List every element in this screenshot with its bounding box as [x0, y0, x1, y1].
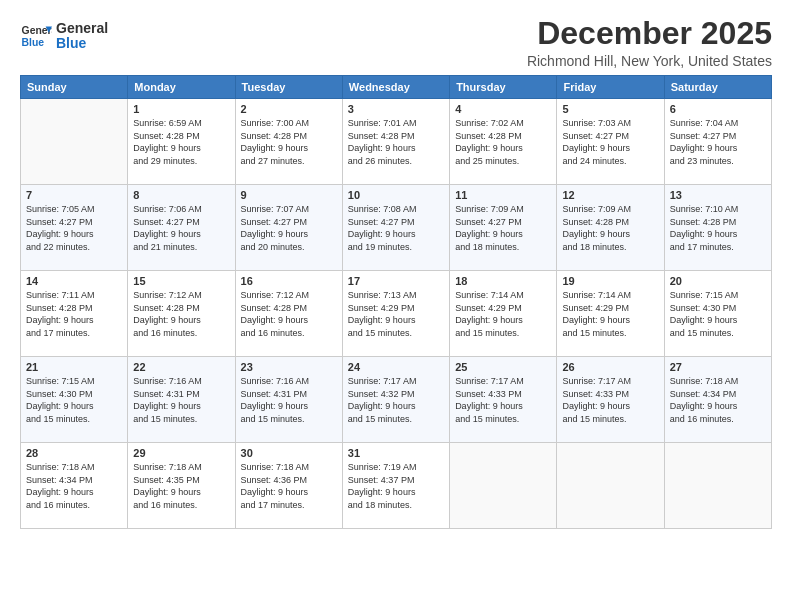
day-number: 15 [133, 275, 229, 287]
calendar-cell: 15Sunrise: 7:12 AM Sunset: 4:28 PM Dayli… [128, 271, 235, 357]
calendar-cell: 18Sunrise: 7:14 AM Sunset: 4:29 PM Dayli… [450, 271, 557, 357]
calendar-cell: 3Sunrise: 7:01 AM Sunset: 4:28 PM Daylig… [342, 99, 449, 185]
day-number: 11 [455, 189, 551, 201]
calendar-cell: 29Sunrise: 7:18 AM Sunset: 4:35 PM Dayli… [128, 443, 235, 529]
day-info: Sunrise: 7:17 AM Sunset: 4:33 PM Dayligh… [562, 375, 658, 425]
page: General Blue General Blue December 2025 … [0, 0, 792, 612]
day-info: Sunrise: 7:05 AM Sunset: 4:27 PM Dayligh… [26, 203, 122, 253]
day-number: 8 [133, 189, 229, 201]
calendar-cell: 4Sunrise: 7:02 AM Sunset: 4:28 PM Daylig… [450, 99, 557, 185]
day-number: 3 [348, 103, 444, 115]
calendar-cell: 8Sunrise: 7:06 AM Sunset: 4:27 PM Daylig… [128, 185, 235, 271]
week-row-4: 21Sunrise: 7:15 AM Sunset: 4:30 PM Dayli… [21, 357, 772, 443]
header-area: General Blue General Blue December 2025 … [20, 16, 772, 69]
day-info: Sunrise: 7:18 AM Sunset: 4:36 PM Dayligh… [241, 461, 337, 511]
calendar-cell: 26Sunrise: 7:17 AM Sunset: 4:33 PM Dayli… [557, 357, 664, 443]
day-info: Sunrise: 7:18 AM Sunset: 4:34 PM Dayligh… [26, 461, 122, 511]
calendar-cell: 31Sunrise: 7:19 AM Sunset: 4:37 PM Dayli… [342, 443, 449, 529]
day-number: 29 [133, 447, 229, 459]
day-number: 13 [670, 189, 766, 201]
calendar-cell: 24Sunrise: 7:17 AM Sunset: 4:32 PM Dayli… [342, 357, 449, 443]
day-info: Sunrise: 7:14 AM Sunset: 4:29 PM Dayligh… [455, 289, 551, 339]
day-number: 16 [241, 275, 337, 287]
day-info: Sunrise: 7:13 AM Sunset: 4:29 PM Dayligh… [348, 289, 444, 339]
day-info: Sunrise: 7:03 AM Sunset: 4:27 PM Dayligh… [562, 117, 658, 167]
calendar-cell [21, 99, 128, 185]
day-info: Sunrise: 7:17 AM Sunset: 4:32 PM Dayligh… [348, 375, 444, 425]
day-info: Sunrise: 6:59 AM Sunset: 4:28 PM Dayligh… [133, 117, 229, 167]
day-number: 19 [562, 275, 658, 287]
day-number: 6 [670, 103, 766, 115]
calendar-cell: 9Sunrise: 7:07 AM Sunset: 4:27 PM Daylig… [235, 185, 342, 271]
day-number: 10 [348, 189, 444, 201]
weekday-header-thursday: Thursday [450, 76, 557, 99]
calendar-cell: 27Sunrise: 7:18 AM Sunset: 4:34 PM Dayli… [664, 357, 771, 443]
weekday-header-tuesday: Tuesday [235, 76, 342, 99]
day-number: 4 [455, 103, 551, 115]
calendar-cell: 30Sunrise: 7:18 AM Sunset: 4:36 PM Dayli… [235, 443, 342, 529]
day-info: Sunrise: 7:07 AM Sunset: 4:27 PM Dayligh… [241, 203, 337, 253]
day-number: 18 [455, 275, 551, 287]
week-row-1: 1Sunrise: 6:59 AM Sunset: 4:28 PM Daylig… [21, 99, 772, 185]
calendar-cell: 21Sunrise: 7:15 AM Sunset: 4:30 PM Dayli… [21, 357, 128, 443]
week-row-3: 14Sunrise: 7:11 AM Sunset: 4:28 PM Dayli… [21, 271, 772, 357]
day-info: Sunrise: 7:04 AM Sunset: 4:27 PM Dayligh… [670, 117, 766, 167]
week-row-5: 28Sunrise: 7:18 AM Sunset: 4:34 PM Dayli… [21, 443, 772, 529]
day-info: Sunrise: 7:15 AM Sunset: 4:30 PM Dayligh… [26, 375, 122, 425]
logo-line1: General [56, 21, 108, 36]
calendar-cell: 13Sunrise: 7:10 AM Sunset: 4:28 PM Dayli… [664, 185, 771, 271]
day-info: Sunrise: 7:02 AM Sunset: 4:28 PM Dayligh… [455, 117, 551, 167]
day-number: 22 [133, 361, 229, 373]
day-number: 31 [348, 447, 444, 459]
calendar-cell: 14Sunrise: 7:11 AM Sunset: 4:28 PM Dayli… [21, 271, 128, 357]
location-title: Richmond Hill, New York, United States [527, 53, 772, 69]
day-number: 1 [133, 103, 229, 115]
day-number: 27 [670, 361, 766, 373]
calendar-cell: 16Sunrise: 7:12 AM Sunset: 4:28 PM Dayli… [235, 271, 342, 357]
calendar-cell: 20Sunrise: 7:15 AM Sunset: 4:30 PM Dayli… [664, 271, 771, 357]
day-number: 17 [348, 275, 444, 287]
day-info: Sunrise: 7:19 AM Sunset: 4:37 PM Dayligh… [348, 461, 444, 511]
day-info: Sunrise: 7:16 AM Sunset: 4:31 PM Dayligh… [133, 375, 229, 425]
week-row-2: 7Sunrise: 7:05 AM Sunset: 4:27 PM Daylig… [21, 185, 772, 271]
day-number: 30 [241, 447, 337, 459]
calendar-cell: 2Sunrise: 7:00 AM Sunset: 4:28 PM Daylig… [235, 99, 342, 185]
calendar-cell: 12Sunrise: 7:09 AM Sunset: 4:28 PM Dayli… [557, 185, 664, 271]
day-info: Sunrise: 7:18 AM Sunset: 4:35 PM Dayligh… [133, 461, 229, 511]
day-number: 5 [562, 103, 658, 115]
day-info: Sunrise: 7:12 AM Sunset: 4:28 PM Dayligh… [133, 289, 229, 339]
day-number: 12 [562, 189, 658, 201]
calendar-table: SundayMondayTuesdayWednesdayThursdayFrid… [20, 75, 772, 529]
title-area: December 2025 Richmond Hill, New York, U… [527, 16, 772, 69]
logo-line2: Blue [56, 36, 108, 51]
weekday-header-sunday: Sunday [21, 76, 128, 99]
logo-icon: General Blue [20, 20, 52, 52]
weekday-header-monday: Monday [128, 76, 235, 99]
weekday-header-saturday: Saturday [664, 76, 771, 99]
day-number: 23 [241, 361, 337, 373]
calendar-cell: 28Sunrise: 7:18 AM Sunset: 4:34 PM Dayli… [21, 443, 128, 529]
weekday-header-wednesday: Wednesday [342, 76, 449, 99]
day-info: Sunrise: 7:06 AM Sunset: 4:27 PM Dayligh… [133, 203, 229, 253]
month-title: December 2025 [527, 16, 772, 51]
day-info: Sunrise: 7:16 AM Sunset: 4:31 PM Dayligh… [241, 375, 337, 425]
calendar-cell [664, 443, 771, 529]
day-info: Sunrise: 7:18 AM Sunset: 4:34 PM Dayligh… [670, 375, 766, 425]
day-number: 20 [670, 275, 766, 287]
day-number: 21 [26, 361, 122, 373]
day-number: 25 [455, 361, 551, 373]
day-info: Sunrise: 7:09 AM Sunset: 4:28 PM Dayligh… [562, 203, 658, 253]
weekday-header-row: SundayMondayTuesdayWednesdayThursdayFrid… [21, 76, 772, 99]
day-info: Sunrise: 7:08 AM Sunset: 4:27 PM Dayligh… [348, 203, 444, 253]
calendar-cell: 10Sunrise: 7:08 AM Sunset: 4:27 PM Dayli… [342, 185, 449, 271]
svg-text:Blue: Blue [22, 37, 45, 48]
day-info: Sunrise: 7:01 AM Sunset: 4:28 PM Dayligh… [348, 117, 444, 167]
calendar-cell: 6Sunrise: 7:04 AM Sunset: 4:27 PM Daylig… [664, 99, 771, 185]
weekday-header-friday: Friday [557, 76, 664, 99]
day-info: Sunrise: 7:10 AM Sunset: 4:28 PM Dayligh… [670, 203, 766, 253]
calendar-cell: 23Sunrise: 7:16 AM Sunset: 4:31 PM Dayli… [235, 357, 342, 443]
calendar-cell: 25Sunrise: 7:17 AM Sunset: 4:33 PM Dayli… [450, 357, 557, 443]
day-info: Sunrise: 7:12 AM Sunset: 4:28 PM Dayligh… [241, 289, 337, 339]
day-number: 2 [241, 103, 337, 115]
day-info: Sunrise: 7:00 AM Sunset: 4:28 PM Dayligh… [241, 117, 337, 167]
